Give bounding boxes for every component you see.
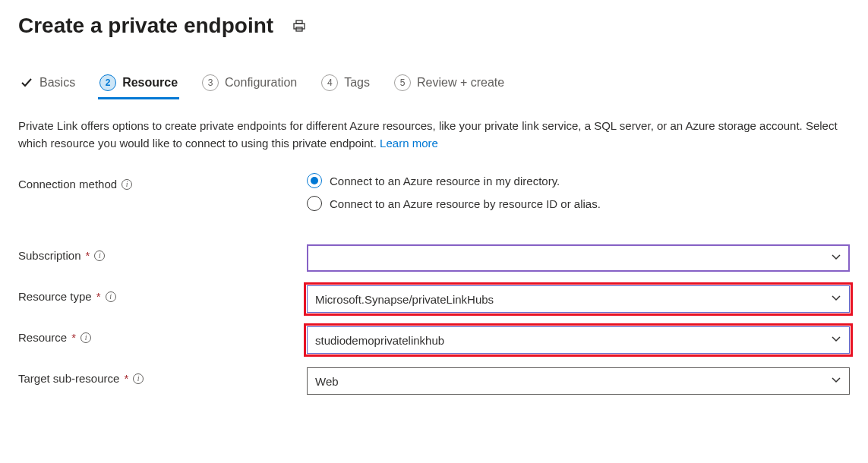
radio-connect-in-directory[interactable]: Connect to an Azure resource in my direc…: [307, 173, 850, 188]
info-icon[interactable]: i: [133, 373, 144, 384]
field-resource: Resource * i studiodemoprivatelinkhub: [18, 326, 850, 354]
resource-dropdown[interactable]: studiodemoprivatelinkhub: [307, 326, 850, 354]
field-resource-type: Resource type * i Microsoft.Synapse/priv…: [18, 285, 850, 313]
tab-description: Private Link offers options to create pr…: [18, 118, 838, 152]
radio-icon: [307, 196, 322, 211]
tab-configuration-label: Configuration: [225, 76, 297, 90]
tab-tags-label: Tags: [344, 76, 370, 90]
required-indicator: *: [96, 290, 101, 303]
page-header: Create a private endpoint: [18, 14, 850, 38]
radio-label: Connect to an Azure resource by resource…: [330, 197, 601, 210]
required-indicator: *: [124, 372, 128, 385]
step-number-4: 4: [321, 74, 338, 91]
required-indicator: *: [86, 249, 90, 262]
connection-method-radio-group: Connect to an Azure resource in my direc…: [307, 173, 850, 211]
subscription-dropdown[interactable]: [307, 244, 850, 272]
tab-configuration[interactable]: 3 Configuration: [200, 70, 298, 99]
chevron-down-icon: [831, 294, 841, 304]
tab-resource-label: Resource: [122, 76, 178, 90]
resource-type-dropdown[interactable]: Microsoft.Synapse/privateLinkHubs: [307, 285, 850, 313]
field-subscription: Subscription * i: [18, 244, 850, 272]
learn-more-link[interactable]: Learn more: [380, 137, 438, 150]
radio-connect-by-id[interactable]: Connect to an Azure resource by resource…: [307, 196, 850, 211]
dropdown-value: Microsoft.Synapse/privateLinkHubs: [315, 293, 494, 306]
highlight-box: Microsoft.Synapse/privateLinkHubs: [304, 282, 853, 316]
step-number-3: 3: [202, 74, 219, 91]
target-sub-resource-label: Target sub-resource * i: [18, 367, 307, 385]
tab-basics-label: Basics: [39, 76, 75, 90]
field-target-sub-resource: Target sub-resource * i Web: [18, 367, 850, 395]
subscription-label: Subscription * i: [18, 244, 307, 262]
radio-icon: [307, 173, 322, 188]
step-number-2: 2: [99, 74, 116, 91]
step-number-5: 5: [394, 74, 411, 91]
radio-label: Connect to an Azure resource in my direc…: [330, 175, 560, 187]
dropdown-value: studiodemoprivatelinkhub: [315, 334, 444, 347]
connection-method-label: Connection method i: [18, 173, 307, 191]
svg-rect-1: [294, 24, 305, 29]
dropdown-value: Web: [315, 375, 339, 388]
field-connection-method: Connection method i Connect to an Azure …: [18, 173, 850, 211]
info-icon[interactable]: i: [122, 179, 132, 190]
tab-review[interactable]: 5 Review + create: [393, 70, 506, 99]
print-icon[interactable]: [292, 18, 307, 33]
chevron-down-icon: [831, 253, 841, 263]
highlight-box: studiodemoprivatelinkhub: [304, 323, 853, 357]
chevron-down-icon: [831, 376, 841, 386]
page-title: Create a private endpoint: [18, 14, 273, 38]
resource-label: Resource * i: [18, 326, 307, 344]
tab-resource[interactable]: 2 Resource: [98, 70, 179, 99]
info-icon[interactable]: i: [80, 332, 91, 343]
wizard-tabs: Basics 2 Resource 3 Configuration 4 Tags…: [18, 70, 850, 99]
chevron-down-icon: [831, 335, 841, 345]
tab-tags[interactable]: 4 Tags: [320, 70, 371, 99]
target-sub-resource-dropdown[interactable]: Web: [307, 367, 850, 395]
tab-basics[interactable]: Basics: [18, 71, 77, 97]
info-icon[interactable]: i: [94, 250, 105, 261]
required-indicator: *: [71, 331, 76, 344]
tab-review-label: Review + create: [417, 76, 504, 90]
info-icon[interactable]: i: [106, 291, 116, 302]
resource-type-label: Resource type * i: [18, 285, 307, 303]
